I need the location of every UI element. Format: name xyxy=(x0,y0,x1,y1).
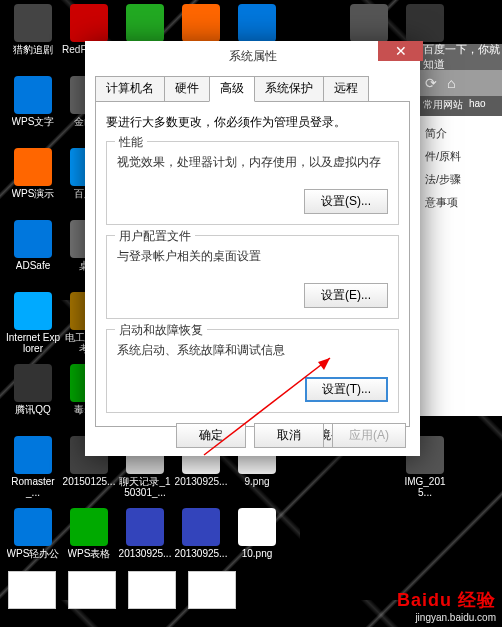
app-tile-icon xyxy=(126,4,164,42)
desktop-icon-label: 腾讯QQ xyxy=(15,404,51,415)
ok-button[interactable]: 确定 xyxy=(176,423,246,448)
watermark-url: jingyan.baidu.com xyxy=(397,612,496,623)
group-legend: 用户配置文件 xyxy=(115,228,195,245)
watermark-brand-mid: d xyxy=(428,590,440,610)
cancel-button[interactable]: 取消 xyxy=(254,423,324,448)
desktop-icon-label: IMG_2015... xyxy=(398,476,452,498)
page-nav-item[interactable]: 件/原料 xyxy=(425,145,496,168)
app-tile-icon xyxy=(350,4,388,42)
desktop-icon[interactable]: 10.png xyxy=(230,508,284,578)
tab-strip: 计算机名硬件高级系统保护远程 xyxy=(85,75,420,101)
desktop-icon-label: 20130925... xyxy=(175,476,228,487)
desktop-icon-label: ADSafe xyxy=(16,260,50,271)
watermark: Baidu 经验 jingyan.baidu.com xyxy=(397,588,496,623)
app-tile-icon xyxy=(14,436,52,474)
bookmark-item-hao[interactable]: hao xyxy=(469,98,486,114)
watermark-brand-pre: Bai xyxy=(397,590,428,610)
app-tile-icon xyxy=(182,4,220,42)
group-desc: 视觉效果，处理器计划，内存使用，以及虚拟内存 xyxy=(117,154,388,171)
desktop-icon[interactable]: 20130925... xyxy=(174,508,228,578)
group-startup-recovery: 启动和故障恢复 系统启动、系统故障和调试信息 设置(T)... xyxy=(106,329,399,413)
app-tile-icon xyxy=(182,508,220,546)
desktop-icon-label: 20130925... xyxy=(119,548,172,559)
desktop-icon[interactable]: Romaster_... xyxy=(6,436,60,506)
app-tile-icon xyxy=(238,508,276,546)
browser-toolbar[interactable]: ⟳ ⌂ xyxy=(419,70,502,96)
thumbnail[interactable] xyxy=(8,571,56,609)
desktop-icon-label: 聊天记录_150301_... xyxy=(118,476,172,498)
group-desc: 与登录帐户相关的桌面设置 xyxy=(117,248,388,265)
system-properties-dialog: 系统属性 ✕ 计算机名硬件高级系统保护远程 要进行大多数更改，你必须作为管理员登… xyxy=(85,41,420,456)
desktop-icon[interactable]: WPS轻办公 xyxy=(6,508,60,578)
bookmarks-label[interactable]: 常用网站 xyxy=(423,98,463,114)
tab-computer-name[interactable]: 计算机名 xyxy=(95,76,165,102)
app-tile-icon xyxy=(14,292,52,330)
desktop-icon[interactable]: WPS演示 xyxy=(6,148,60,218)
watermark-brand-post: 经验 xyxy=(458,590,496,610)
browser-page-body: 简介 件/原料 法/步骤 意事项 xyxy=(419,116,502,416)
tab-advanced[interactable]: 高级 xyxy=(209,76,255,102)
app-tile-icon xyxy=(406,4,444,42)
desktop-icon[interactable]: Internet Explorer xyxy=(6,292,60,362)
desktop-icon[interactable]: 猎豹追剧 xyxy=(6,4,60,74)
app-tile-icon xyxy=(14,148,52,186)
app-tile-icon xyxy=(14,76,52,114)
desktop-icon-label: WPS演示 xyxy=(12,188,55,199)
settings-button-profile[interactable]: 设置(E)... xyxy=(304,283,388,308)
page-nav-item[interactable]: 法/步骤 xyxy=(425,168,496,191)
close-icon[interactable]: ✕ xyxy=(378,41,423,61)
app-tile-icon xyxy=(126,508,164,546)
desktop-icon-label: WPS轻办公 xyxy=(7,548,60,559)
app-tile-icon xyxy=(14,364,52,402)
browser-slogan: 百度一下，你就知道 xyxy=(423,42,502,72)
app-tile-icon xyxy=(238,4,276,42)
desktop-icon-label: Internet Explorer xyxy=(6,332,60,354)
desktop-icon-label: WPS表格 xyxy=(68,548,111,559)
desktop-icon-label: 猎豹追剧 xyxy=(13,44,53,55)
desktop-icon[interactable]: WPS文字 xyxy=(6,76,60,146)
dialog-title-text: 系统属性 xyxy=(229,48,277,65)
browser-titlebar: 百度一下，你就知道 xyxy=(419,44,502,70)
desktop-icon-label: 9.png xyxy=(244,476,269,487)
tab-remote[interactable]: 远程 xyxy=(323,76,369,102)
group-desc: 系统启动、系统故障和调试信息 xyxy=(117,342,388,359)
desktop-icon[interactable]: WPS表格 xyxy=(62,508,116,578)
admin-note: 要进行大多数更改，你必须作为管理员登录。 xyxy=(106,114,399,131)
apply-button[interactable]: 应用(A) xyxy=(332,423,406,448)
app-tile-icon xyxy=(70,4,108,42)
app-tile-icon xyxy=(14,220,52,258)
dialog-titlebar[interactable]: 系统属性 ✕ xyxy=(85,41,420,71)
browser-bookmarks-bar[interactable]: 常用网站 hao xyxy=(419,96,502,116)
app-tile-icon xyxy=(70,508,108,546)
tab-hardware[interactable]: 硬件 xyxy=(164,76,210,102)
tab-system-protection[interactable]: 系统保护 xyxy=(254,76,324,102)
group-performance: 性能 视觉效果，处理器计划，内存使用，以及虚拟内存 设置(S)... xyxy=(106,141,399,225)
group-legend: 启动和故障恢复 xyxy=(115,322,207,339)
desktop-icon-label: 10.png xyxy=(242,548,273,559)
thumbnail[interactable] xyxy=(188,571,236,609)
app-tile-icon xyxy=(14,4,52,42)
refresh-icon[interactable]: ⟳ xyxy=(425,75,437,91)
desktop-icon-label: 20150125... xyxy=(63,476,116,487)
page-nav-item[interactable]: 意事项 xyxy=(425,191,496,214)
desktop-icon-label: 20130925... xyxy=(175,548,228,559)
page-nav-item[interactable]: 简介 xyxy=(425,122,496,145)
group-user-profile: 用户配置文件 与登录帐户相关的桌面设置 设置(E)... xyxy=(106,235,399,319)
desktop-icon-label: WPS文字 xyxy=(12,116,55,127)
thumbnail[interactable] xyxy=(68,571,116,609)
dialog-footer: 确定 取消 应用(A) xyxy=(176,423,406,448)
desktop-icon[interactable]: 腾讯QQ xyxy=(6,364,60,434)
settings-button-startup[interactable]: 设置(T)... xyxy=(305,377,388,402)
desktop-icon-label: Romaster_... xyxy=(6,476,60,498)
app-tile-icon xyxy=(14,508,52,546)
group-legend: 性能 xyxy=(115,134,147,151)
thumbnail[interactable] xyxy=(128,571,176,609)
home-icon[interactable]: ⌂ xyxy=(447,75,455,91)
desktop-icon[interactable]: 20130925... xyxy=(118,508,172,578)
tab-body-advanced: 要进行大多数更改，你必须作为管理员登录。 性能 视觉效果，处理器计划，内存使用，… xyxy=(95,101,410,427)
settings-button-performance[interactable]: 设置(S)... xyxy=(304,189,388,214)
desktop-icon[interactable]: ADSafe xyxy=(6,220,60,290)
